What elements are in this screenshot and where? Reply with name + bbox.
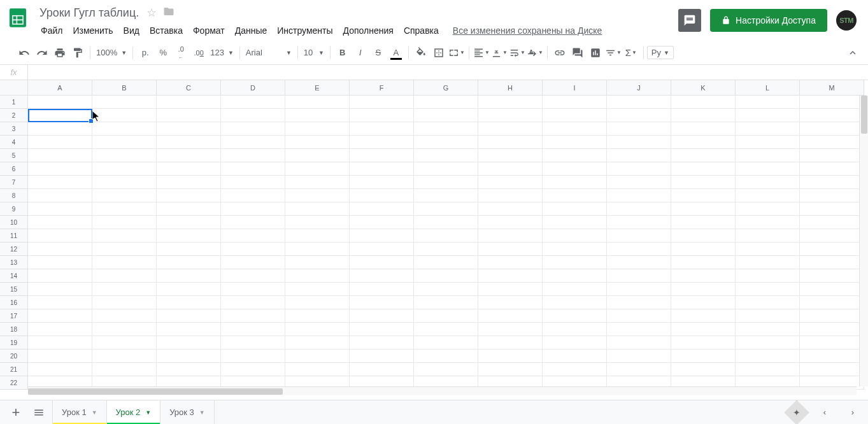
cell[interactable] <box>607 189 671 202</box>
cell[interactable] <box>800 350 864 363</box>
cell[interactable] <box>157 283 221 296</box>
cell[interactable] <box>414 122 478 136</box>
cell[interactable] <box>800 149 864 162</box>
cell[interactable] <box>285 162 350 176</box>
text-color-button[interactable]: A <box>388 45 404 61</box>
cell[interactable] <box>800 363 864 376</box>
scroll-right-button[interactable]: › <box>844 404 861 421</box>
column-header[interactable]: D <box>221 80 285 95</box>
strikethrough-button[interactable]: S <box>370 45 387 61</box>
cell[interactable] <box>478 109 543 122</box>
explore-button[interactable]: ✦ <box>784 400 809 424</box>
cell[interactable] <box>736 363 800 376</box>
column-header[interactable]: L <box>736 80 800 95</box>
cell[interactable] <box>736 176 800 189</box>
cell[interactable] <box>92 149 157 162</box>
cell[interactable] <box>414 95 478 109</box>
cell[interactable] <box>607 95 671 109</box>
cell[interactable] <box>414 296 478 309</box>
cell[interactable] <box>478 95 543 109</box>
menu-edit[interactable]: Изменить <box>68 23 118 38</box>
column-header[interactable]: C <box>157 80 221 95</box>
cell[interactable] <box>736 256 800 269</box>
cell[interactable] <box>350 269 414 283</box>
cell[interactable] <box>607 176 671 189</box>
cell[interactable] <box>92 336 157 350</box>
text-wrap-button[interactable]: ▼ <box>509 45 525 61</box>
cell[interactable] <box>414 229 478 243</box>
cell[interactable] <box>671 149 736 162</box>
cell[interactable] <box>157 350 221 363</box>
cell[interactable] <box>28 109 92 122</box>
cell[interactable] <box>157 296 221 309</box>
font-family-select[interactable]: Arial▼ <box>243 48 294 57</box>
insert-link-button[interactable] <box>551 45 568 61</box>
cell[interactable] <box>28 256 92 269</box>
cell[interactable] <box>543 323 607 336</box>
cell[interactable] <box>28 283 92 296</box>
formula-input[interactable] <box>28 65 868 80</box>
cell[interactable] <box>350 122 414 136</box>
cell[interactable] <box>92 256 157 269</box>
cell[interactable] <box>414 350 478 363</box>
row-header[interactable]: 17 <box>0 309 28 323</box>
cell[interactable] <box>478 176 543 189</box>
cell[interactable] <box>671 323 736 336</box>
cell[interactable] <box>414 109 478 122</box>
cell[interactable] <box>414 336 478 350</box>
cell[interactable] <box>800 122 864 136</box>
cell[interactable] <box>221 243 285 256</box>
row-header[interactable]: 9 <box>0 202 28 216</box>
cell[interactable] <box>478 363 543 376</box>
add-sheet-button[interactable]: + <box>6 403 25 422</box>
cell[interactable] <box>157 323 221 336</box>
cell[interactable] <box>92 189 157 202</box>
cell[interactable] <box>478 122 543 136</box>
user-avatar[interactable]: STM <box>836 10 857 31</box>
cell[interactable] <box>350 189 414 202</box>
cell[interactable] <box>157 229 221 243</box>
cell[interactable] <box>157 202 221 216</box>
cell[interactable] <box>285 269 350 283</box>
cell[interactable] <box>543 336 607 350</box>
column-header[interactable]: K <box>671 80 736 95</box>
save-status[interactable]: Все изменения сохранены на Диске <box>453 25 602 36</box>
cell[interactable] <box>221 109 285 122</box>
cell[interactable] <box>28 202 92 216</box>
cell[interactable] <box>736 283 800 296</box>
cell[interactable] <box>671 256 736 269</box>
cell[interactable] <box>285 363 350 376</box>
cell[interactable] <box>221 323 285 336</box>
cell[interactable] <box>671 243 736 256</box>
cell[interactable] <box>414 176 478 189</box>
cell[interactable] <box>92 323 157 336</box>
column-header[interactable]: H <box>478 80 543 95</box>
comments-button[interactable] <box>678 9 701 32</box>
cell[interactable] <box>92 296 157 309</box>
cell[interactable] <box>671 336 736 350</box>
cell[interactable] <box>736 109 800 122</box>
cell[interactable] <box>28 95 92 109</box>
cell[interactable] <box>607 149 671 162</box>
cell[interactable] <box>543 162 607 176</box>
cell[interactable] <box>543 149 607 162</box>
format-currency-button[interactable]: р. <box>137 45 153 61</box>
cell[interactable] <box>285 149 350 162</box>
fill-color-button[interactable] <box>413 45 429 61</box>
cell[interactable] <box>736 350 800 363</box>
cell[interactable] <box>800 162 864 176</box>
insert-chart-button[interactable] <box>587 45 604 61</box>
cell[interactable] <box>800 243 864 256</box>
cell[interactable] <box>478 136 543 149</box>
cell[interactable] <box>671 363 736 376</box>
cell[interactable] <box>607 202 671 216</box>
cell[interactable] <box>671 296 736 309</box>
sheets-logo[interactable] <box>5 5 31 31</box>
cell[interactable] <box>285 296 350 309</box>
cell[interactable] <box>671 95 736 109</box>
row-header[interactable]: 19 <box>0 336 28 350</box>
cell[interactable] <box>478 189 543 202</box>
cell[interactable] <box>671 122 736 136</box>
document-title[interactable]: Уроки Гугл таблиц. <box>36 5 143 21</box>
cell[interactable] <box>157 216 221 229</box>
